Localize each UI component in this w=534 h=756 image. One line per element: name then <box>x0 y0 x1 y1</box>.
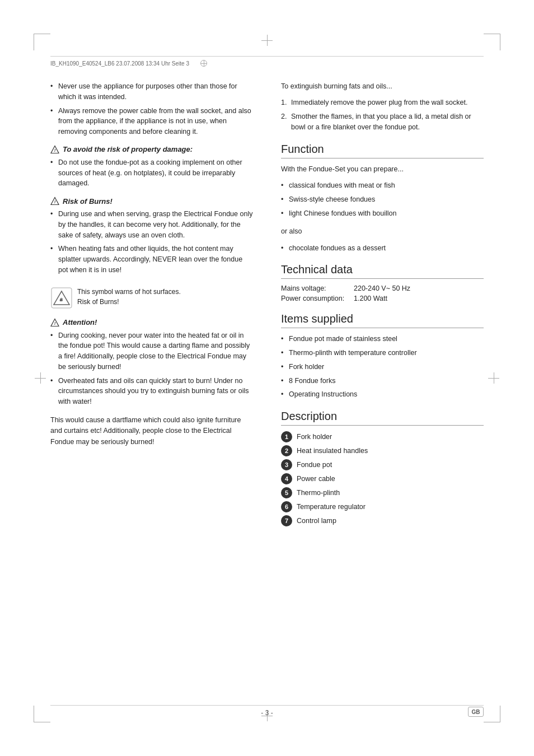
power-consumption-row: Power consumption: 1.200 Watt <box>281 295 484 302</box>
desc-item-4: 4 Power cable <box>281 473 484 484</box>
power-consumption-label: Power consumption: <box>281 295 354 302</box>
extinguish-step-1: 1. Immediately remove the power plug fro… <box>281 97 484 108</box>
page-number: - 3 - <box>261 709 273 717</box>
corner-mark-tl <box>34 34 50 50</box>
extinguish-step-2: 2. Smother the flames, in that you place… <box>281 111 484 133</box>
function-intro: With the Fondue-Set you can prepare... <box>281 164 484 175</box>
property-damage-title: ! To avoid the risk of property damage: <box>50 145 253 154</box>
svg-text:!: ! <box>54 148 56 153</box>
extinguish-steps-list: 1. Immediately remove the power plug fro… <box>281 97 484 132</box>
gb-badge: GB <box>468 707 484 717</box>
mains-voltage-value: 220-240 V~ 50 Hz <box>354 284 484 292</box>
risk-of-burns-bullet-2: When heating fats and other liquids, the… <box>50 244 253 275</box>
risk-of-burns-section: ! Risk of Burns! During use and when ser… <box>50 197 253 276</box>
item-3: Fork holder <box>281 362 484 372</box>
power-consumption-value: 1.200 Watt <box>354 295 484 302</box>
item-2: Thermo-plinth with temperature controlle… <box>281 348 484 358</box>
attention-title: ! Attention! <box>50 318 253 327</box>
header-bar: IB_KH1090_E40524_LB6 23.07.2008 13:34 Uh… <box>50 56 484 67</box>
page: IB_KH1090_E40524_LB6 23.07.2008 13:34 Uh… <box>0 0 534 756</box>
attention-list: During cooking, never pour water into th… <box>50 330 253 407</box>
item-1: Fondue pot made of stainless steel <box>281 334 484 344</box>
property-damage-list: Do not use the fondue-pot as a cooking i… <box>50 157 253 189</box>
function-bullet-4: chocolate fondues as a dessert <box>281 243 484 254</box>
hot-surface-text: This symbol warns of hot surfaces. Risk … <box>77 287 181 307</box>
warning-paragraph: This would cause a dartflame which could… <box>50 415 253 447</box>
description-heading: Description <box>281 410 484 426</box>
warning-triangle-icon: ! <box>50 145 59 154</box>
hot-surface-box: This symbol warns of hot surfaces. Risk … <box>50 283 253 310</box>
intro-bullet-list: Never use the appliance for purposes oth… <box>50 81 253 137</box>
left-column: Never use the appliance for purposes oth… <box>50 81 259 700</box>
function-bullet-1: classical fondues with meat or fish <box>281 180 484 191</box>
warning-triangle-icon-3: ! <box>50 318 59 327</box>
extinguish-intro: To extinguish burning fats and oils... <box>281 81 484 92</box>
function-list: classical fondues with meat or fish Swis… <box>281 180 484 218</box>
corner-mark-tr <box>484 34 500 50</box>
attention-bullet-1: During cooking, never pour water into th… <box>50 330 253 372</box>
warning-triangle-icon-2: ! <box>50 197 59 206</box>
desc-item-3: 3 Fondue pot <box>281 459 484 470</box>
technical-data-block: Mains voltage: 220-240 V~ 50 Hz Power co… <box>281 284 484 302</box>
technical-data-heading: Technical data <box>281 263 484 279</box>
risk-of-burns-title: ! Risk of Burns! <box>50 197 253 206</box>
desc-item-5: 5 Thermo-plinth <box>281 487 484 498</box>
mains-voltage-row: Mains voltage: 220-240 V~ 50 Hz <box>281 284 484 292</box>
desc-item-7: 7 Control lamp <box>281 515 484 526</box>
risk-of-burns-list: During use and when serving, grasp the E… <box>50 209 253 276</box>
attention-bullet-2: Overheated fats and oils can quickly sta… <box>50 376 253 407</box>
header-meta: IB_KH1090_E40524_LB6 23.07.2008 13:34 Uh… <box>50 60 189 67</box>
corner-mark-br <box>484 706 500 722</box>
reg-mark-right <box>488 372 499 384</box>
desc-item-6: 6 Temperature regulator <box>281 501 484 512</box>
attention-section: ! Attention! During cooking, never pour … <box>50 318 253 407</box>
intro-bullet-1: Never use the appliance for purposes oth… <box>50 81 253 102</box>
svg-text:!: ! <box>54 199 56 204</box>
reg-mark-top <box>261 35 273 46</box>
main-content: Never use the appliance for purposes oth… <box>50 81 484 700</box>
intro-bullet-2: Always remove the power cable from the w… <box>50 106 253 137</box>
reg-mark-left <box>35 372 46 384</box>
function-or-also: or also <box>281 226 484 237</box>
function-bullet-2: Swiss-style cheese fondues <box>281 194 484 205</box>
function-bullet-3: light Chinese fondues with bouillon <box>281 208 484 219</box>
right-column: To extinguish burning fats and oils... 1… <box>275 81 484 700</box>
corner-mark-bl <box>34 706 50 722</box>
items-supplied-heading: Items supplied <box>281 312 484 328</box>
items-supplied-list: Fondue pot made of stainless steel Therm… <box>281 334 484 400</box>
item-5: Operating Instructions <box>281 389 484 400</box>
desc-item-1: 1 Fork holder <box>281 431 484 442</box>
property-damage-bullet-1: Do not use the fondue-pot as a cooking i… <box>50 157 253 189</box>
svg-text:!: ! <box>54 321 56 326</box>
footer: - 3 - GB <box>50 705 484 717</box>
hot-surface-icon <box>50 287 71 307</box>
function-list-2: chocolate fondues as a dessert <box>281 243 484 254</box>
mains-voltage-label: Mains voltage: <box>281 284 354 292</box>
reg-circle-header <box>200 60 207 67</box>
property-damage-section: ! To avoid the risk of property damage: … <box>50 145 253 189</box>
description-list: 1 Fork holder 2 Heat insulated handles 3… <box>281 431 484 526</box>
risk-of-burns-bullet-1: During use and when serving, grasp the E… <box>50 209 253 240</box>
function-heading: Function <box>281 143 484 158</box>
desc-item-2: 2 Heat insulated handles <box>281 445 484 456</box>
item-4: 8 Fondue forks <box>281 376 484 386</box>
